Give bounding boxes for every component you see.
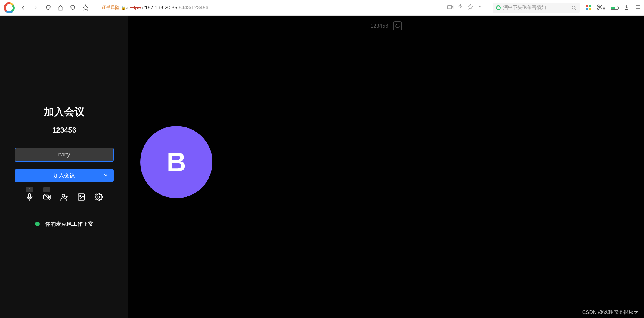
search-provider-icon: [496, 5, 501, 10]
settings-button[interactable]: [95, 193, 103, 202]
url-port: :8443: [177, 5, 190, 11]
svg-point-6: [598, 8, 599, 9]
lock-icon: 🔒×: [121, 5, 128, 10]
battery-icon[interactable]: [611, 6, 618, 10]
device-controls: ⌃ ⌃: [25, 193, 103, 202]
url-path: /123456: [190, 5, 208, 11]
search-box[interactable]: 酒中下头孢杀害情妇: [493, 3, 580, 13]
microphone-button[interactable]: ⌃: [25, 193, 34, 202]
address-bar-wrap: 证书风险 🔒× https://192.168.20.85:8443/12345…: [99, 3, 485, 13]
meeting-top-bar: 123456: [370, 21, 402, 30]
chevron-down-icon[interactable]: [477, 4, 482, 12]
back-button[interactable]: [18, 3, 28, 13]
search-icon[interactable]: [571, 5, 577, 10]
background-button[interactable]: [77, 193, 86, 202]
svg-marker-3: [468, 4, 473, 9]
watermark-text: CSDN @这种感觉很秋天: [582, 309, 639, 316]
prejoin-sidebar: 加入会议 123456 加入会议 ⌃ ⌃: [0, 16, 128, 318]
home-button[interactable]: [56, 3, 66, 13]
cert-warning-label: 证书风险: [102, 5, 120, 10]
forward-button[interactable]: [30, 3, 41, 13]
svg-rect-2: [448, 5, 452, 9]
svg-marker-1: [83, 5, 88, 10]
url-sep: ://: [141, 5, 145, 11]
toolbar-right: ▾: [586, 4, 641, 11]
mic-status: 你的麦克风工作正常: [35, 220, 93, 228]
bookmark-button[interactable]: [81, 3, 91, 13]
meeting-id-top: 123456: [370, 23, 388, 29]
video-icon[interactable]: [447, 4, 454, 12]
camera-options-chevron-icon[interactable]: ⌃: [43, 187, 50, 192]
invite-button[interactable]: [60, 193, 68, 202]
reload-button[interactable]: [43, 3, 53, 13]
svg-point-9: [62, 194, 65, 197]
url-host: 192.168.20.85: [145, 5, 177, 11]
browser-logo-icon: [3, 1, 16, 14]
svg-point-0: [6, 4, 13, 11]
scissors-icon[interactable]: ▾: [597, 4, 605, 11]
meeting-id-label: 123456: [52, 126, 76, 134]
performance-icon[interactable]: [393, 21, 402, 30]
avatar: B: [140, 126, 212, 198]
browser-toolbar: 证书风险 🔒× https://192.168.20.85:8443/12345…: [0, 0, 644, 16]
chevron-down-icon[interactable]: [102, 172, 109, 180]
undo-button[interactable]: [68, 3, 78, 13]
video-area: 123456 B: [128, 16, 644, 318]
join-meeting-button[interactable]: 加入会议: [15, 169, 114, 182]
svg-rect-7: [29, 193, 31, 198]
svg-point-11: [80, 195, 81, 197]
menu-icon[interactable]: [635, 4, 641, 11]
join-button-label: 加入会议: [53, 172, 75, 179]
camera-button[interactable]: ⌃: [43, 193, 51, 202]
meeting-stage: 加入会议 123456 加入会议 ⌃ ⌃: [0, 16, 644, 318]
download-icon[interactable]: [624, 4, 630, 11]
address-bar[interactable]: 证书风险 🔒× https://192.168.20.85:8443/12345…: [99, 3, 242, 13]
address-right-icons: [447, 4, 482, 12]
flash-icon[interactable]: [458, 4, 463, 12]
avatar-letter: B: [167, 147, 186, 178]
apps-grid-icon[interactable]: [586, 5, 591, 10]
status-dot-icon: [35, 222, 40, 226]
svg-point-12: [98, 196, 100, 198]
mic-status-text: 你的麦克风工作正常: [45, 220, 93, 228]
mic-options-chevron-icon[interactable]: ⌃: [26, 187, 33, 192]
prejoin-title: 加入会议: [44, 105, 84, 119]
search-placeholder: 酒中下头孢杀害情妇: [503, 4, 569, 11]
display-name-input[interactable]: [15, 148, 114, 162]
svg-point-4: [572, 6, 575, 9]
url-scheme: https: [130, 5, 141, 11]
svg-point-5: [598, 5, 599, 6]
star-icon[interactable]: [467, 4, 473, 12]
